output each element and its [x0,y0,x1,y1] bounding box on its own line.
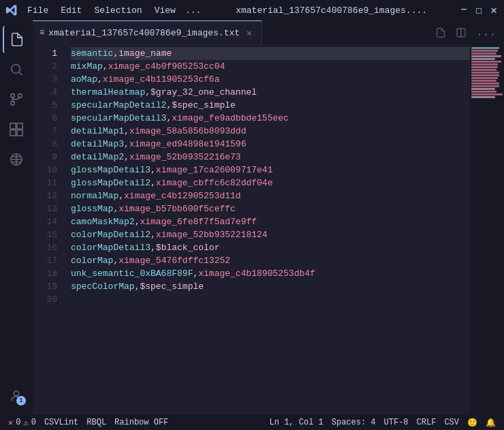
bell-icon: 🔔 [486,418,496,428]
table-row: glossMapDetail2,ximage_cbffc6c82ddf04e [71,176,470,189]
tab-bar: ≡ xmaterial_137657c400786e9_images.txt ✕ [33,20,504,44]
position-label: Ln 1, Col 1 [270,418,324,427]
svg-rect-7 [10,130,16,136]
code-editor[interactable]: semantic,image_name mixMap,ximage_c4b0f9… [65,44,470,415]
source-control-icon [9,92,24,107]
line-number-7: 7 [33,125,65,138]
line-number-17: 17 [33,254,65,267]
account-badge: 1 [16,396,26,405]
editor-area: ≡ xmaterial_137657c400786e9_images.txt ✕ [33,20,504,415]
status-position[interactable]: Ln 1, Col 1 [266,415,328,430]
table-row: aoMap,ximage_c4b11905253cf6a [71,73,470,86]
main-layout: 1 ≡ xmaterial_137657c400786e9_images.txt… [0,20,504,415]
line-number-2: 2 [33,60,65,73]
csvlint-label: CSVLint [44,418,78,427]
line-number-16: 16 [33,241,65,254]
table-row: unk_semantic_0xBA68F89F,ximage_c4b189052… [71,267,470,280]
status-errors[interactable]: ✕ 0 ⚠ 0 [4,415,40,430]
line-number-15: 15 [33,228,65,241]
status-bar: ✕ 0 ⚠ 0 CSVLint RBQL Rainbow OFF Ln 1, C… [0,415,504,430]
sidebar-item-remote[interactable] [3,146,30,173]
line-number-20: 20 [33,293,65,306]
table-row: colorMapDetail2,ximage_52bb9352218124 [71,228,470,241]
line-number-12: 12 [33,189,65,202]
status-csvlint[interactable]: CSVLint [40,415,82,430]
line-number-5: 5 [33,99,65,112]
status-bell[interactable]: 🔔 [482,415,500,430]
table-row: detailMap2,ximage_52b09352216e73 [71,151,470,164]
window-controls: − ☐ ✕ [459,5,499,15]
line-number-6: 6 [33,112,65,125]
status-language[interactable]: CSV [440,415,463,430]
table-row: normalMap,ximage_c4b12905253d11d [71,189,470,202]
status-spaces[interactable]: Spaces: 4 [328,415,380,430]
line-ending-label: CRLF [417,418,437,427]
extensions-icon [9,122,24,137]
close-button[interactable]: ✕ [489,5,499,15]
minimize-button[interactable]: − [459,5,469,15]
svg-point-4 [18,94,22,98]
svg-point-2 [11,102,15,106]
table-row: glossMapDetail3,ximage_17ca26009717e41 [71,164,470,176]
tab-close-button[interactable]: ✕ [244,27,255,38]
menu-more[interactable]: ... [183,4,204,17]
account-button[interactable]: 1 [3,382,30,410]
table-row: specularMapDetail3,ximage_fe9adbbde155ee… [71,112,470,125]
activity-bar: 1 [0,20,33,415]
rainbow-label: Rainbow OFF [114,418,168,427]
line-numbers: 1 2 3 4 5 6 7 8 9 10 11 12 13 14 15 16 1… [33,44,65,415]
split-editor-icon[interactable] [453,25,469,44]
status-rainbow[interactable]: Rainbow OFF [110,415,172,430]
line-number-8: 8 [33,138,65,151]
editor-content: 1 2 3 4 5 6 7 8 9 10 11 12 13 14 15 16 1… [33,44,504,415]
svg-rect-8 [17,130,22,136]
titlebar: File Edit Selection View ... xmaterial_1… [0,0,504,20]
line-number-10: 10 [33,164,65,176]
svg-point-0 [12,65,20,74]
svg-rect-6 [17,123,22,129]
status-rbql[interactable]: RBQL [82,415,110,430]
menu-view[interactable]: View [149,4,181,17]
error-icon: ✕ [8,418,13,428]
svg-line-1 [19,72,22,75]
open-editors-icon[interactable] [432,25,449,44]
status-smiley[interactable]: 🙂 [463,415,482,430]
sidebar-item-explorer[interactable] [3,26,30,53]
minimap [470,44,504,415]
sidebar-item-extensions[interactable] [3,116,30,143]
sidebar-item-scm[interactable] [3,86,30,113]
status-encoding[interactable]: UTF-8 [380,415,413,430]
table-row: colorMapDetail3,$black_color [71,241,470,254]
status-line-ending[interactable]: CRLF [413,415,441,430]
language-label: CSV [444,418,459,427]
menu-edit[interactable]: Edit [55,4,87,17]
tab-filename: xmaterial_137657c400786e9_images.txt [48,28,240,38]
svg-point-12 [14,391,18,396]
table-row: colorMap,ximage_5476fdffc13252 [71,254,470,267]
menu-file[interactable]: File [22,4,54,17]
table-row: camoMaskMap2,ximage_6fe8f7f5ad7e9ff [71,215,470,228]
editor-tab[interactable]: ≡ xmaterial_137657c400786e9_images.txt ✕ [33,20,262,44]
menu-selection[interactable]: Selection [89,4,147,17]
files-icon [10,32,25,47]
sidebar-item-search[interactable] [3,56,30,83]
table-row: detailMap3,ximage_ed94898e1941596 [71,138,470,151]
table-row: specularMapDetail2,$spec_simple [71,99,470,112]
table-row: specColorMap,$spec_simple [71,280,470,293]
error-count: 0 [16,418,20,427]
table-row [71,293,470,306]
more-actions-icon[interactable]: ··· [473,26,499,44]
smiley-icon: 🙂 [467,418,477,428]
maximize-button[interactable]: ☐ [474,5,484,15]
line-number-9: 9 [33,151,65,164]
rbql-label: RBQL [86,418,106,427]
warning-icon: ⚠ [23,418,28,428]
svg-point-3 [11,94,15,98]
line-number-19: 19 [33,280,65,293]
line-number-14: 14 [33,215,65,228]
line-number-1: 1 [33,47,65,60]
line-number-4: 4 [33,86,65,99]
editor-actions: ··· [432,25,504,44]
table-row: glossMap,ximage_b57bb600f5ceffc [71,202,470,215]
line-number-13: 13 [33,202,65,215]
